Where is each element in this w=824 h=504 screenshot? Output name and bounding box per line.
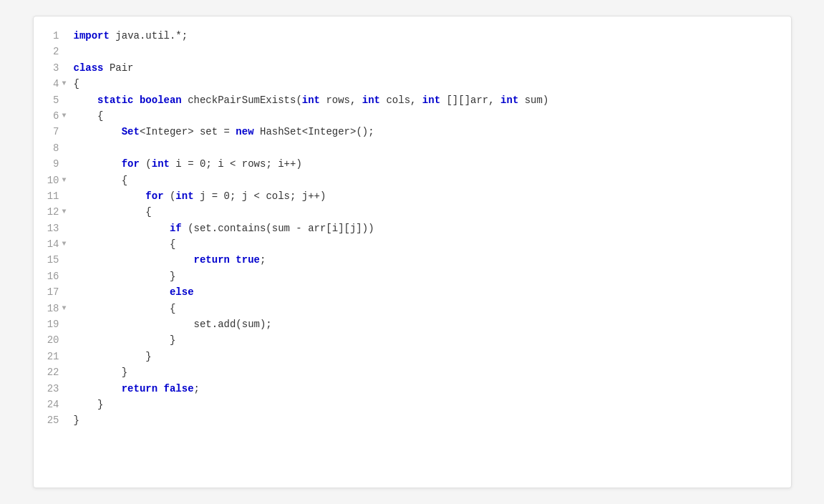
code-content: if (set.contains(sum - arr[i][j])) [68,220,791,236]
line-number: 15 [34,252,68,268]
line-number: 22 [34,364,68,380]
line-number: 20 [34,332,68,348]
fold-arrow-icon[interactable]: ▼ [62,110,66,122]
code-line-row: 23 return false; [34,381,791,397]
line-number: 10▼ [34,173,68,188]
code-content [68,44,791,59]
line-number: 6▼ [34,108,68,124]
code-line-row: 7 Set<Integer> set = new HashSet<Integer… [34,124,791,140]
line-number: 21 [34,349,68,364]
code-content [68,140,791,156]
code-line-row: 9 for (int i = 0; i < rows; i++) [34,156,791,172]
code-line-row: 14▼ { [34,236,791,252]
fold-arrow-icon[interactable]: ▼ [62,78,66,89]
code-line-row: 5 static boolean checkPairSumExists(int … [34,92,791,108]
line-number: 11 [34,188,68,204]
code-line-row: 11 for (int j = 0; j < cols; j++) [34,188,791,204]
code-content: } [68,268,791,284]
code-content: { [68,301,791,316]
line-number: 1 [34,28,68,44]
code-line-row: 1import java.util.*; [34,28,791,44]
code-content: static boolean checkPairSumExists(int ro… [68,92,791,108]
fold-arrow-icon[interactable]: ▼ [62,206,66,218]
line-number: 7 [34,124,68,140]
code-line-row: 25} [34,412,791,431]
code-line-row: 3class Pair [34,60,791,76]
line-number: 17 [34,284,68,300]
line-number: 5 [34,92,68,108]
code-line-row: 18▼ { [34,301,791,316]
code-line-row: 6▼ { [34,108,791,124]
code-content: { [68,204,791,220]
line-number: 25 [34,412,68,431]
line-number: 19 [34,316,68,332]
code-content: } [68,412,791,431]
code-content: Set<Integer> set = new HashSet<Integer>(… [68,124,791,140]
line-number: 16 [34,268,68,284]
line-number: 4▼ [34,76,68,92]
code-editor: 1import java.util.*;2 3class Pair4▼{5 st… [33,16,792,488]
code-content: } [68,397,791,412]
line-number: 12▼ [34,204,68,220]
code-line-row: 10▼ { [34,173,791,188]
line-number: 14▼ [34,236,68,252]
code-line-row: 8 [34,140,791,156]
code-line-row: 13 if (set.contains(sum - arr[i][j])) [34,220,791,236]
code-line-row: 20 } [34,332,791,348]
code-content: { [68,173,791,188]
code-line-row: 17 else [34,284,791,300]
line-number: 2 [34,44,68,59]
code-table: 1import java.util.*;2 3class Pair4▼{5 st… [34,28,791,432]
fold-arrow-icon[interactable]: ▼ [62,303,66,314]
fold-arrow-icon[interactable]: ▼ [62,238,66,250]
fold-arrow-icon[interactable]: ▼ [62,175,66,186]
code-line-row: 16 } [34,268,791,284]
code-content: for (int j = 0; j < cols; j++) [68,188,791,204]
code-content: { [68,108,791,124]
code-line-row: 4▼{ [34,76,791,92]
code-content: import java.util.*; [68,28,791,44]
line-number: 3 [34,60,68,76]
code-content: return false; [68,381,791,397]
line-number: 23 [34,381,68,397]
code-line-row: 24 } [34,397,791,412]
code-line-row: 2 [34,44,791,59]
code-content: { [68,236,791,252]
code-line-row: 21 } [34,349,791,364]
code-line-row: 22 } [34,364,791,380]
code-content: for (int i = 0; i < rows; i++) [68,156,791,172]
code-content: { [68,76,791,92]
code-content: class Pair [68,60,791,76]
code-line-row: 19 set.add(sum); [34,316,791,332]
code-content: } [68,332,791,348]
code-line-row: 12▼ { [34,204,791,220]
code-content: } [68,349,791,364]
code-content: set.add(sum); [68,316,791,332]
line-number: 24 [34,397,68,412]
code-content: return true; [68,252,791,268]
code-content: else [68,284,791,300]
line-number: 8 [34,140,68,156]
line-number: 13 [34,220,68,236]
code-content: } [68,364,791,380]
line-number: 18▼ [34,301,68,316]
code-line-row: 15 return true; [34,252,791,268]
line-number: 9 [34,156,68,172]
